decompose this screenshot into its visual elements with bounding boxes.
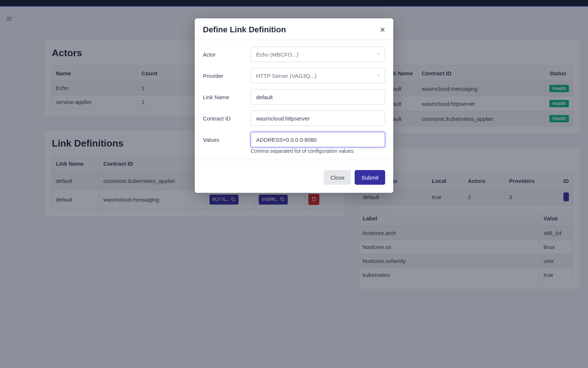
define-link-modal: Define Link Definition × Actor Echo (MBC… bbox=[195, 18, 393, 193]
values-helper: Comma separated list of configuration va… bbox=[251, 148, 385, 154]
link-name-label: Link Name bbox=[203, 94, 251, 100]
actor-label: Actor bbox=[203, 51, 251, 58]
close-icon[interactable]: × bbox=[380, 25, 385, 34]
submit-button[interactable]: Submit bbox=[355, 170, 385, 185]
link-name-input[interactable] bbox=[251, 89, 385, 105]
actor-select[interactable]: Echo (MBCFO...) bbox=[251, 47, 385, 62]
contract-id-input[interactable] bbox=[251, 111, 385, 126]
modal-title: Define Link Definition bbox=[203, 25, 286, 35]
provider-label: Provider bbox=[203, 73, 251, 79]
values-label: Values bbox=[203, 137, 251, 143]
contract-label: Contract ID bbox=[203, 115, 251, 122]
values-input[interactable] bbox=[251, 132, 385, 147]
close-button[interactable]: Close bbox=[324, 170, 351, 185]
modal-overlay[interactable]: Define Link Definition × Actor Echo (MBC… bbox=[0, 0, 588, 368]
provider-select[interactable]: HTTP Server (VAG3Q...) bbox=[251, 68, 385, 83]
